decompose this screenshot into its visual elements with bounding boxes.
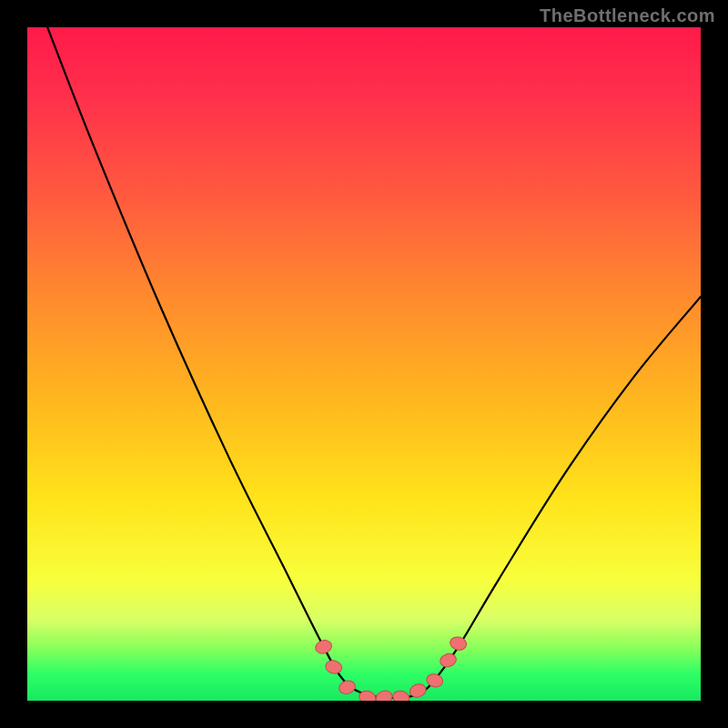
chart-plot-area: [27, 27, 701, 701]
curve-markers: [314, 635, 468, 701]
curve-marker: [449, 635, 468, 652]
curve-marker: [358, 689, 377, 701]
curve-marker: [374, 689, 393, 701]
curve-marker: [439, 652, 458, 669]
curve-marker: [408, 682, 427, 699]
watermark-text: TheBottleneck.com: [540, 5, 715, 26]
curve-marker: [391, 689, 410, 701]
curve-marker: [324, 659, 343, 675]
curve-marker: [425, 672, 444, 689]
curve-marker: [338, 679, 357, 696]
bottleneck-curve: [47, 27, 701, 698]
chart-frame: TheBottleneck.com: [0, 0, 728, 728]
curve-marker: [314, 638, 333, 655]
chart-svg: [27, 27, 701, 701]
